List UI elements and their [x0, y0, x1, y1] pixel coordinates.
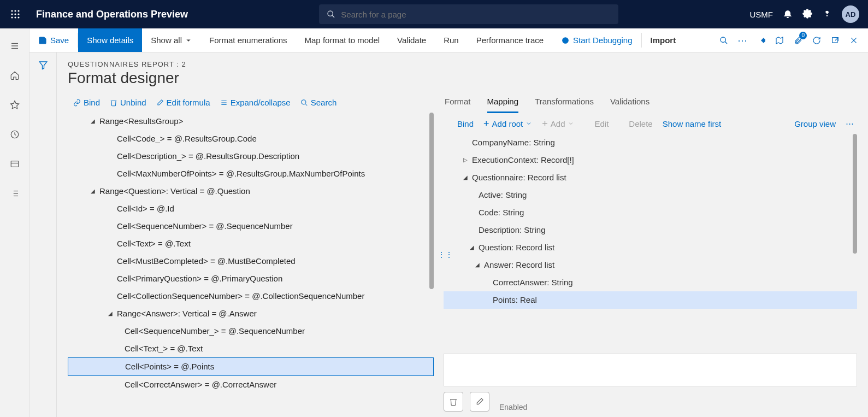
modules-icon[interactable] — [8, 187, 21, 200]
home-icon[interactable] — [8, 69, 21, 82]
mapping-tree-item[interactable]: Active: String — [444, 186, 857, 204]
more-cmd-icon[interactable]: ⋯ — [736, 34, 749, 47]
refresh-icon[interactable] — [810, 34, 823, 47]
notifications-icon[interactable] — [783, 9, 793, 20]
format-tree-item[interactable]: Cell<CollectionSequenceNumber> = @.Colle… — [68, 287, 434, 305]
delete-button[interactable]: Delete — [618, 119, 652, 128]
performance-trace-button[interactable]: Performance trace — [468, 28, 552, 52]
format-tree-item[interactable]: Cell<SequenceNumber_> = @.SequenceNumber — [68, 322, 434, 340]
settings-icon[interactable] — [802, 9, 812, 20]
mapping-more-icon[interactable]: ⋯ — [846, 119, 854, 128]
tab-validations[interactable]: Validations — [610, 95, 649, 113]
run-button[interactable]: Run — [435, 28, 468, 52]
mapping-tree-item[interactable]: CorrectAnswer: String — [444, 274, 857, 291]
hamburger-icon[interactable] — [8, 39, 21, 52]
svg-line-29 — [725, 42, 727, 44]
format-tree-item[interactable]: Cell<Text> = @.Text — [68, 235, 434, 252]
format-tree-item[interactable]: Cell<SequenceNumber> = @.SequenceNumber — [68, 218, 434, 235]
mapping-tree-item[interactable]: Description: String — [444, 221, 857, 239]
popout-icon[interactable] — [829, 34, 842, 47]
formula-textbox[interactable] — [444, 354, 857, 386]
format-tree-item[interactable]: Cell<Text_> = @.Text — [68, 340, 434, 357]
start-debugging-button[interactable]: Start Debugging — [552, 28, 641, 52]
close-icon[interactable] — [847, 34, 860, 47]
map-bind-button[interactable]: Bind — [447, 119, 474, 128]
bind-button[interactable]: Bind — [73, 98, 100, 107]
edit-button[interactable]: Edit — [584, 119, 609, 128]
app-title: Finance and Operations Preview — [36, 9, 188, 20]
global-search[interactable] — [319, 4, 618, 24]
svg-point-3 — [11, 13, 13, 15]
mapping-pane: Format Mapping Transformations Validatio… — [444, 95, 868, 417]
svg-marker-16 — [10, 101, 19, 109]
format-enumerations-button[interactable]: Format enumerations — [200, 28, 296, 52]
import-button[interactable]: Import — [642, 28, 685, 52]
show-all-button[interactable]: Show all — [142, 28, 200, 52]
add-button[interactable]: +Add — [542, 119, 574, 128]
mapping-tree-scrollbar[interactable] — [853, 134, 857, 254]
show-details-button[interactable]: Show details — [78, 28, 142, 52]
svg-point-9 — [328, 11, 333, 16]
search-cmd-icon[interactable] — [717, 34, 730, 47]
app-launcher-icon[interactable] — [5, 4, 25, 24]
workspaces-icon[interactable] — [8, 157, 21, 171]
save-icon — [38, 36, 47, 45]
pane-divider[interactable]: ⋮⋮ — [434, 95, 444, 417]
format-tree[interactable]: ◢Range<ResultsGroup>Cell<Code_> = @.Resu… — [68, 113, 434, 393]
format-tree-item[interactable]: Cell<Points> = @.Points — [68, 357, 434, 376]
favorites-icon[interactable] — [8, 98, 21, 111]
enabled-label: Enabled — [499, 403, 527, 412]
svg-line-41 — [305, 103, 307, 105]
company-label[interactable]: USMF — [750, 10, 773, 19]
mapping-tree-item[interactable]: Code: String — [444, 204, 857, 221]
tab-mapping[interactable]: Mapping — [487, 95, 519, 113]
format-tree-item[interactable]: Cell<MaxNumberOfPoints> = @.ResultsGroup… — [68, 165, 434, 183]
format-tree-item[interactable]: Cell<PrimaryQuestion> = @.PrimaryQuestio… — [68, 270, 434, 287]
format-tree-item[interactable]: ◢Range<ResultsGroup> — [68, 113, 434, 130]
filter-icon[interactable] — [38, 60, 48, 417]
format-tree-item[interactable]: Cell<Id> = @.Id — [68, 200, 434, 218]
command-bar: Save Show details Show all Format enumer… — [29, 28, 868, 52]
search-input[interactable] — [341, 10, 611, 19]
top-bar: Finance and Operations Preview USMF AD — [0, 0, 868, 28]
avatar[interactable]: AD — [842, 5, 859, 23]
svg-point-2 — [17, 10, 19, 11]
mapping-tree-item[interactable]: Points: Real — [444, 291, 857, 309]
attachments-icon[interactable]: 0 — [792, 34, 805, 47]
edit-formula-button2[interactable] — [470, 392, 489, 412]
left-rail — [0, 28, 29, 417]
add-root-button[interactable]: +Add root — [483, 119, 532, 128]
mapping-tree[interactable]: CompanyName: String▷ExecutionContext: Re… — [444, 134, 857, 309]
edit-formula-button[interactable]: Edit formula — [156, 98, 210, 107]
delete-formula-button[interactable] — [444, 392, 463, 412]
format-tree-item[interactable]: Cell<MustBeCompleted> = @.MustBeComplete… — [68, 252, 434, 270]
tree-search-button[interactable]: Search — [300, 98, 337, 107]
mapping-tree-item[interactable]: ◢Questionnaire: Record list — [444, 169, 857, 186]
recent-icon[interactable] — [8, 128, 21, 141]
save-button[interactable]: Save — [29, 28, 78, 52]
mapping-tree-item[interactable]: ◢Answer: Record list — [444, 256, 857, 274]
format-tree-scrollbar[interactable] — [429, 113, 434, 289]
mapping-tree-item[interactable]: ▷ExecutionContext: Record[!] — [444, 151, 857, 169]
format-tree-item[interactable]: Cell<CorrectAnswer> = @.CorrectAnswer — [68, 376, 434, 393]
help-icon[interactable] — [822, 9, 832, 20]
breadcrumb: QUESTIONNAIRES REPORT : 2 — [68, 60, 868, 68]
svg-point-7 — [14, 16, 16, 18]
mapping-tree-item[interactable]: CompanyName: String — [444, 134, 857, 151]
mapping-tree-item[interactable]: ◢Question: Record list — [444, 239, 857, 256]
format-tree-item[interactable]: ◢Range<Question>: Vertical = @.Question — [68, 183, 434, 200]
unbind-button[interactable]: Unbind — [110, 98, 146, 107]
svg-rect-32 — [832, 37, 837, 42]
tab-transformations[interactable]: Transformations — [535, 95, 594, 113]
format-tree-item[interactable]: Cell<Code_> = @.ResultsGroup.Code — [68, 130, 434, 148]
validate-button[interactable]: Validate — [388, 28, 435, 52]
diamond-icon[interactable] — [754, 34, 767, 47]
map-icon[interactable] — [773, 34, 786, 47]
map-format-button[interactable]: Map format to model — [296, 28, 389, 52]
group-view-button[interactable]: Group view — [794, 119, 836, 128]
tab-format[interactable]: Format — [445, 95, 471, 113]
format-tree-item[interactable]: ◢Range<Answer>: Vertical = @.Answer — [68, 305, 434, 322]
show-name-first-button[interactable]: Show name first — [663, 119, 722, 128]
format-tree-item[interactable]: Cell<Description_> = @.ResultsGroup.Desc… — [68, 148, 434, 165]
expand-collapse-button[interactable]: Expand/collapse — [220, 98, 291, 107]
